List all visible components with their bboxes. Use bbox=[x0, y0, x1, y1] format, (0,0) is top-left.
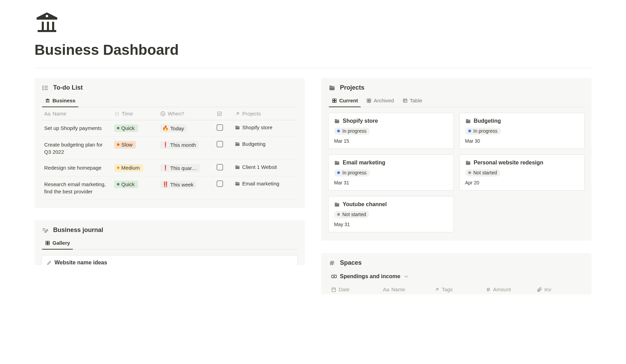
journal-panel: Business journal Gallery Website name id… bbox=[35, 220, 305, 265]
project-card[interactable]: Shopify storeIn progressMar 15 bbox=[328, 113, 454, 149]
status-chip: Not started bbox=[334, 211, 369, 218]
todo-tabs: Business bbox=[41, 95, 298, 107]
task-name: Create budgeting plan for Q3 2022 bbox=[44, 141, 107, 155]
checkbox[interactable] bbox=[217, 181, 223, 187]
edit-icon bbox=[41, 227, 49, 234]
svg-rect-24 bbox=[403, 99, 407, 102]
pencil-icon bbox=[47, 260, 52, 265]
bank-icon bbox=[45, 98, 50, 103]
svg-point-0 bbox=[46, 15, 48, 17]
svg-point-32 bbox=[333, 276, 335, 277]
table-icon bbox=[402, 98, 408, 103]
projects-title[interactable]: Projects bbox=[340, 84, 364, 91]
chevron-down-icon bbox=[403, 273, 409, 280]
table-row[interactable]: Research email marketing, find the best … bbox=[41, 176, 298, 200]
svg-rect-16 bbox=[333, 99, 334, 100]
journal-title[interactable]: Business journal bbox=[53, 226, 103, 234]
col-name[interactable]: AaName bbox=[380, 284, 431, 294]
card-title: Email marketing bbox=[334, 160, 448, 166]
card-title: Youtube channel bbox=[334, 201, 448, 208]
col-name[interactable]: AaName bbox=[41, 107, 111, 120]
project-link[interactable]: Budgeting bbox=[235, 141, 294, 147]
arrow-up-right-icon bbox=[434, 287, 440, 292]
col-date[interactable]: Date bbox=[328, 284, 380, 294]
svg-line-29 bbox=[331, 261, 332, 265]
task-name: Set up Shopify payments bbox=[44, 124, 107, 132]
col-amount[interactable]: Amount bbox=[482, 284, 534, 294]
list-icon bbox=[41, 84, 49, 91]
svg-point-1 bbox=[43, 86, 43, 87]
svg-rect-20 bbox=[367, 99, 369, 100]
checkbox[interactable] bbox=[217, 124, 223, 131]
journal-item[interactable]: Website name ideas bbox=[41, 255, 298, 265]
card-date: Mar 15 bbox=[334, 138, 448, 144]
tab-archived[interactable]: Archived bbox=[365, 95, 394, 107]
svg-line-37 bbox=[436, 288, 438, 291]
time-pill: Quick bbox=[114, 124, 138, 132]
card-title: Personal website redesign bbox=[465, 160, 579, 166]
spaces-table: Date AaName Tags Amount Inv bbox=[328, 284, 585, 294]
status-chip: Not started bbox=[465, 169, 500, 176]
divider bbox=[35, 68, 591, 68]
svg-rect-13 bbox=[48, 241, 50, 243]
board-icon bbox=[366, 98, 372, 103]
project-card[interactable]: Youtube channelNot startedMay 31 bbox=[328, 196, 454, 232]
folder-icon bbox=[328, 84, 336, 91]
tab-current[interactable]: Current bbox=[331, 95, 359, 107]
svg-rect-14 bbox=[46, 243, 48, 245]
project-card[interactable]: Personal website redesignNot startedApr … bbox=[459, 154, 585, 191]
when-chip: ❗This quar… bbox=[160, 164, 200, 172]
spaces-view-selector[interactable]: Spendings and income bbox=[328, 271, 585, 284]
page-title: Business Dashboard bbox=[35, 42, 591, 58]
project-card[interactable]: BudgetingIn progressMar 30 bbox=[459, 113, 585, 149]
card-date: May 31 bbox=[334, 222, 448, 227]
sparkle-icon bbox=[114, 111, 120, 117]
col-time[interactable]: Time bbox=[111, 107, 157, 120]
svg-rect-18 bbox=[333, 101, 334, 102]
projects-panel: Projects Current Archived Table Shopify … bbox=[321, 78, 591, 241]
svg-point-5 bbox=[43, 89, 43, 90]
tab-table[interactable]: Table bbox=[402, 95, 423, 107]
when-chip: 🔥Today bbox=[160, 124, 187, 132]
tab-label: Business bbox=[52, 98, 76, 103]
when-chip: ‼️This week bbox=[160, 181, 196, 189]
svg-rect-17 bbox=[335, 99, 336, 100]
checkbox[interactable] bbox=[217, 164, 223, 170]
project-link[interactable]: Email marketing bbox=[235, 181, 294, 186]
card-date: Apr 20 bbox=[465, 180, 579, 185]
svg-line-40 bbox=[487, 287, 488, 291]
todo-title[interactable]: To-do List bbox=[53, 84, 83, 91]
table-row[interactable]: Set up Shopify paymentsQuick🔥TodayShopif… bbox=[41, 120, 298, 137]
journal-item-title: Website name ideas bbox=[55, 260, 107, 265]
col-projects[interactable]: Projects bbox=[231, 107, 298, 120]
col-tags[interactable]: Tags bbox=[431, 284, 482, 294]
svg-rect-33 bbox=[332, 288, 336, 292]
svg-rect-21 bbox=[369, 99, 371, 100]
table-row[interactable]: Redesign site homepageMedium❗This quar…C… bbox=[41, 160, 298, 176]
svg-rect-22 bbox=[367, 101, 369, 102]
svg-line-30 bbox=[333, 261, 333, 265]
project-link[interactable]: Shopify store bbox=[235, 124, 294, 130]
spaces-title[interactable]: Spaces bbox=[340, 259, 362, 266]
card-date: Mar 31 bbox=[334, 180, 448, 185]
status-chip: In progress bbox=[465, 128, 501, 135]
col-inv[interactable]: Inv bbox=[533, 284, 585, 294]
svg-rect-23 bbox=[369, 101, 371, 102]
tab-gallery[interactable]: Gallery bbox=[44, 238, 71, 249]
project-link[interactable]: Client 1 Websit bbox=[235, 164, 294, 170]
card-date: Mar 30 bbox=[465, 138, 579, 144]
project-card[interactable]: Email marketingIn progressMar 31 bbox=[328, 154, 454, 191]
table-row[interactable]: Create budgeting plan for Q3 2022Slow❗Th… bbox=[41, 137, 298, 160]
svg-rect-8 bbox=[217, 112, 221, 115]
col-check[interactable] bbox=[213, 107, 231, 120]
checkbox[interactable] bbox=[217, 141, 223, 147]
board-icon bbox=[332, 98, 337, 103]
col-when[interactable]: When? bbox=[157, 107, 213, 120]
task-name: Research email marketing, find the best … bbox=[44, 181, 107, 195]
card-title: Budgeting bbox=[465, 118, 579, 124]
tab-business[interactable]: Business bbox=[44, 95, 76, 107]
hash-icon bbox=[328, 260, 336, 266]
svg-point-7 bbox=[161, 112, 165, 116]
hash-icon bbox=[486, 287, 491, 292]
page-icon[interactable] bbox=[35, 10, 591, 39]
